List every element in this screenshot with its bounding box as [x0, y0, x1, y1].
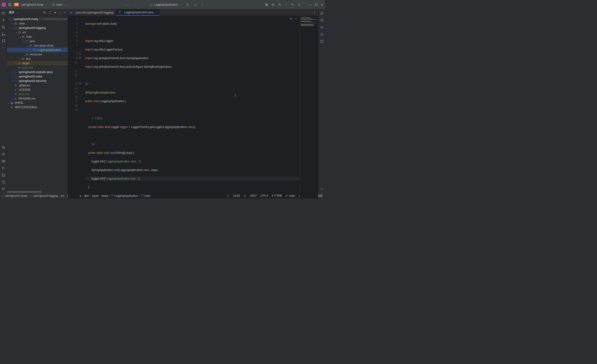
editor-tabs-options-icon[interactable]: ⋮ [313, 11, 316, 14]
svg-point-4 [292, 3, 293, 5]
project-panel: 项目 ⌄ ✕ ⋮ ─ ⌄▢ springboot3-study D:\Code\… [7, 9, 68, 193]
main-menu-icon[interactable] [8, 3, 12, 7]
tree-resources[interactable]: 🗀resources [7, 52, 68, 56]
breadcrumb-item[interactable]: src [61, 194, 64, 197]
tree-app-class[interactable]: ⒸLoggingApplication [7, 48, 68, 52]
panel-options-icon[interactable]: ⋮ [59, 11, 62, 14]
project-tree[interactable]: ⌄▢ springboot3-study D:\Code\MyGithub\sp… [7, 16, 68, 193]
tree-idea[interactable]: ›🗀.idea [7, 21, 68, 26]
git-tool-icon[interactable] [2, 187, 5, 191]
tree-license[interactable]: ≡LICENSE [7, 87, 68, 92]
code-editor[interactable]: ✓ 12345678910111213141516171819 package … [68, 16, 299, 198]
tree-readme[interactable]: M↓README.md [7, 96, 68, 101]
svg-point-16 [2, 41, 3, 42]
problems-tool-icon[interactable] [2, 180, 5, 184]
svg-point-25 [44, 12, 45, 13]
tab-close-icon[interactable]: ✕ [155, 11, 157, 14]
tree-target[interactable]: ›🗀target [7, 61, 68, 65]
tree-java[interactable]: ⌄🗀java [7, 39, 68, 43]
jrebel-icon[interactable] [320, 187, 324, 191]
collapse-all-icon[interactable]: ✕ [54, 11, 56, 14]
svg-rect-13 [4, 34, 5, 35]
tree-redis[interactable]: ›▢springboot3-redis [7, 74, 68, 79]
project-tool-icon[interactable] [2, 11, 5, 15]
breadcrumb-item[interactable]: ▢springboot3-study [2, 194, 27, 197]
run-config-name: LoggingApplication [154, 3, 178, 6]
terminal-tool-icon[interactable] [2, 173, 5, 177]
titlebar: SS springboot3-study ⌄ main ⌄ ← → Loggin… [0, 0, 325, 9]
run-button[interactable] [186, 3, 189, 6]
ai-assistant-icon[interactable] [320, 18, 324, 22]
more-tools-icon[interactable]: ⋯ [2, 46, 5, 49]
translate-icon[interactable]: 文A [264, 3, 268, 7]
settings-icon[interactable] [298, 3, 301, 6]
svg-point-10 [4, 27, 5, 28]
svg-point-9 [2, 27, 3, 28]
tree-security[interactable]: ›▢springboot3-security [7, 79, 68, 83]
svg-text:A: A [266, 3, 268, 7]
database-tool-icon[interactable] [320, 32, 324, 36]
notifications-icon[interactable] [320, 11, 324, 15]
maven-tool-icon[interactable]: m [320, 25, 323, 29]
tree-pom[interactable]: mpom.xml [7, 65, 68, 70]
debug-button[interactable] [194, 3, 197, 6]
titlebar-right: 文A ─ ✕ [264, 3, 323, 7]
tree-test[interactable]: ›🗀test [7, 56, 68, 61]
nav-forward-icon[interactable]: → [134, 3, 137, 6]
breadcrumb-item[interactable]: ▢springboot3-logging [30, 194, 58, 197]
main-layout: ⋯ 项目 [0, 9, 325, 193]
maven-icon: m [70, 11, 74, 14]
search-icon[interactable] [291, 3, 294, 6]
run-tool-icon[interactable] [2, 166, 5, 170]
minimize-icon[interactable]: ─ [310, 3, 312, 6]
tree-main[interactable]: ⌄🗀main [7, 34, 68, 39]
tree-gitignore[interactable]: ⊘.gitignore [7, 83, 68, 87]
services-tool-icon[interactable] [2, 152, 5, 156]
tab-app[interactable]: Ⓒ LoggingApplication.java ✕ [116, 9, 159, 15]
tree-scrollbar[interactable] [7, 191, 42, 193]
project-name-dropdown[interactable]: springboot3-study ⌄ [21, 3, 47, 6]
tree-mybatis[interactable]: ›▢springboot3-mybatis-plus [7, 70, 68, 74]
structure-tool-icon[interactable] [2, 32, 5, 36]
tree-root[interactable]: ⌄▢ springboot3-study D:\Code\MyGithub\sp… [7, 17, 68, 21]
tree-scratches[interactable]: ≡临时文件和控制台 [7, 105, 68, 109]
gradle-tool-icon[interactable] [320, 39, 324, 43]
pull-requests-tool-icon[interactable] [2, 25, 5, 29]
minimap[interactable] [299, 16, 318, 198]
deploy-icon[interactable] [278, 3, 281, 6]
svg-point-15 [4, 39, 5, 40]
maximize-icon[interactable] [315, 3, 318, 6]
build-tool-icon[interactable] [2, 145, 5, 149]
git-branch-dropdown[interactable]: main ⌄ [52, 3, 66, 6]
select-opened-file-icon[interactable] [43, 11, 46, 14]
tree-ext-lib[interactable]: ›⫿⫿外部库 [7, 101, 68, 105]
updates-icon[interactable] [284, 3, 288, 6]
svg-point-21 [2, 188, 3, 189]
close-icon[interactable]: ✕ [321, 3, 323, 6]
svg-rect-12 [2, 34, 3, 35]
tree-src[interactable]: ⌄🗀src [7, 30, 68, 34]
more-actions-icon[interactable]: ⋮ [201, 3, 204, 6]
hide-panel-icon[interactable]: ─ [64, 11, 66, 14]
tree-root-pom[interactable]: mpom.xml [7, 92, 68, 96]
nav-back-icon[interactable]: ← [127, 3, 130, 6]
debug-tool-icon[interactable] [2, 159, 5, 163]
inspection-ok-icon[interactable]: ✓ [295, 17, 297, 21]
code-content[interactable]: package com.yiyan.study; import org.slf4… [80, 16, 299, 198]
svg-point-23 [2, 190, 3, 191]
tree-logging[interactable]: ⌄▢springboot3-logging [7, 26, 68, 30]
run-config-dropdown[interactable]: LoggingApplication ⌄ [150, 3, 182, 6]
branch-icon [52, 3, 55, 6]
tree-package[interactable]: ⌄🗀com.yiyan.study [7, 43, 68, 48]
expand-all-icon[interactable] [48, 11, 52, 14]
class-icon: Ⓒ [118, 10, 122, 14]
run-config-icon [150, 3, 153, 6]
chevron-down-icon[interactable]: ⌄ [17, 11, 19, 14]
svg-point-5 [299, 4, 300, 5]
code-with-me-icon[interactable] [271, 3, 275, 6]
bookmarks-tool-icon[interactable] [2, 39, 5, 43]
reader-mode-icon[interactable] [289, 17, 293, 21]
commit-tool-icon[interactable] [2, 18, 5, 22]
svg-point-1 [195, 4, 196, 6]
tab-pom[interactable]: m pom.xml (springboot3-logging) [68, 9, 116, 15]
